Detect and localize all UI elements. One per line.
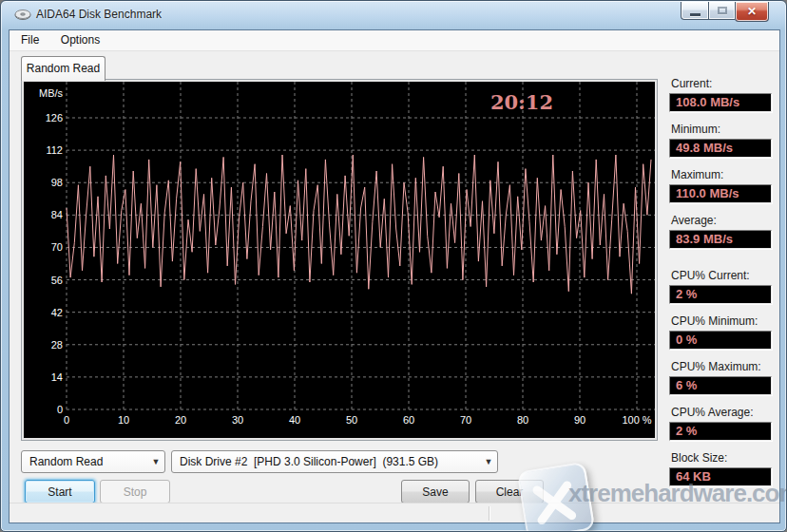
- close-button[interactable]: ✕: [735, 2, 769, 22]
- window-controls: ✕: [681, 2, 769, 22]
- maximize-button[interactable]: [708, 2, 735, 20]
- disk-drive-value: Disk Drive #2 [PHD 3.0 Silicon-Power] (9…: [172, 455, 480, 468]
- x-axis-tick-label: 100 %: [622, 414, 651, 426]
- close-icon: ✕: [747, 5, 757, 18]
- y-axis-tick-label: 56: [51, 275, 63, 286]
- y-axis-tick-label: 42: [51, 307, 63, 318]
- stat-label: Minimum:: [671, 123, 774, 139]
- x-axis-tick-label: 80: [517, 414, 528, 426]
- menu-bar: File Options: [10, 30, 779, 51]
- save-button[interactable]: Save: [401, 480, 470, 504]
- stat-label: Average:: [671, 214, 774, 230]
- stat-cpu-maximum: CPU% Maximum: 6 %: [669, 360, 774, 395]
- x-axis-tick-label: 60: [403, 414, 414, 426]
- stat-cpu-average: CPU% Average: 2 %: [669, 406, 774, 441]
- disk-icon: [14, 9, 31, 22]
- x-axis-tick-label: 0: [64, 414, 69, 426]
- stat-current: Current: 108.0 MB/s: [669, 77, 774, 112]
- stat-label: CPU% Current:: [671, 269, 774, 285]
- stat-cpu-minimum: CPU% Minimum: 0 %: [669, 314, 774, 350]
- stat-value: 6 %: [669, 376, 772, 395]
- y-axis-tick-label: 28: [51, 339, 63, 351]
- window-title: AIDA64 Disk Benchmark: [36, 8, 162, 21]
- stat-value: 2 %: [669, 285, 772, 304]
- clear-button[interactable]: Clear: [475, 480, 544, 504]
- y-axis-unit-label: MB/s: [39, 87, 64, 99]
- stop-button: Stop: [100, 480, 170, 504]
- chart-panel: 0102030405060708090100 %1261129884705642…: [21, 79, 658, 441]
- x-axis-tick-label: 30: [232, 414, 243, 426]
- status-bar-divider: [489, 506, 489, 521]
- x-axis-tick-label: 20: [175, 414, 186, 426]
- menu-file[interactable]: File: [12, 30, 48, 51]
- start-button[interactable]: Start: [25, 480, 95, 504]
- stat-block-size: Block Size: 64 KB: [669, 451, 774, 486]
- y-axis-tick-label: 126: [46, 112, 63, 124]
- title-bar[interactable]: AIDA64 Disk Benchmark ✕: [1, 1, 786, 29]
- stat-minimum: Minimum: 49.8 MB/s: [669, 123, 774, 158]
- tab-label: Random Read: [27, 62, 100, 75]
- y-axis-tick-label: 14: [51, 371, 63, 383]
- stat-label: Block Size:: [671, 451, 774, 467]
- chevron-down-icon: ▼: [480, 457, 497, 466]
- minimize-icon: [690, 13, 701, 16]
- stat-label: CPU% Minimum:: [671, 314, 774, 331]
- status-bar: [10, 503, 779, 522]
- stat-maximum: Maximum: 110.0 MB/s: [669, 168, 774, 203]
- data-series-line: [67, 155, 651, 294]
- y-axis-tick-label: 84: [51, 209, 63, 220]
- x-axis-tick-label: 50: [346, 414, 357, 426]
- app-window: AIDA64 Disk Benchmark ✕ File Options Ran…: [0, 0, 787, 532]
- y-axis-tick-label: 70: [51, 241, 63, 253]
- benchmark-type-select[interactable]: Random Read ▼: [21, 450, 165, 473]
- stat-label: Current:: [671, 77, 774, 93]
- chevron-down-icon: ▼: [147, 457, 164, 466]
- stat-cpu-current: CPU% Current: 2 %: [669, 269, 774, 304]
- client-area: File Options Random Read 010203040506070…: [9, 29, 780, 523]
- benchmark-chart: 0102030405060708090100 %1261129884705642…: [24, 82, 655, 438]
- stat-value: 2 %: [669, 422, 772, 441]
- y-axis-tick-label: 98: [51, 177, 63, 188]
- y-axis-tick-label: 112: [46, 144, 63, 156]
- x-axis-tick-label: 90: [574, 414, 585, 426]
- stat-label: CPU% Average:: [671, 406, 774, 422]
- stat-label: Maximum:: [671, 168, 774, 184]
- benchmark-type-value: Random Read: [22, 455, 147, 468]
- stat-value: 64 KB: [669, 467, 772, 486]
- x-axis-tick-label: 70: [460, 414, 471, 426]
- stat-value: 49.8 MB/s: [669, 139, 772, 158]
- time-annotation: 20:12: [490, 90, 553, 114]
- stat-value: 110.0 MB/s: [669, 184, 772, 203]
- y-axis-tick-label: 0: [57, 404, 63, 415]
- menu-options[interactable]: Options: [52, 30, 108, 51]
- stat-label: CPU% Maximum:: [671, 360, 774, 376]
- stat-value: 108.0 MB/s: [669, 93, 772, 112]
- x-axis-tick-label: 40: [289, 414, 300, 426]
- minimize-button[interactable]: [681, 2, 708, 20]
- tab-random-read[interactable]: Random Read: [21, 56, 106, 81]
- x-axis-tick-label: 10: [118, 414, 129, 426]
- stat-average: Average: 83.9 MB/s: [669, 214, 774, 249]
- stat-value: 0 %: [669, 331, 772, 350]
- maximize-icon: [718, 7, 727, 14]
- stat-value: 83.9 MB/s: [669, 230, 772, 249]
- disk-drive-select[interactable]: Disk Drive #2 [PHD 3.0 Silicon-Power] (9…: [171, 450, 498, 473]
